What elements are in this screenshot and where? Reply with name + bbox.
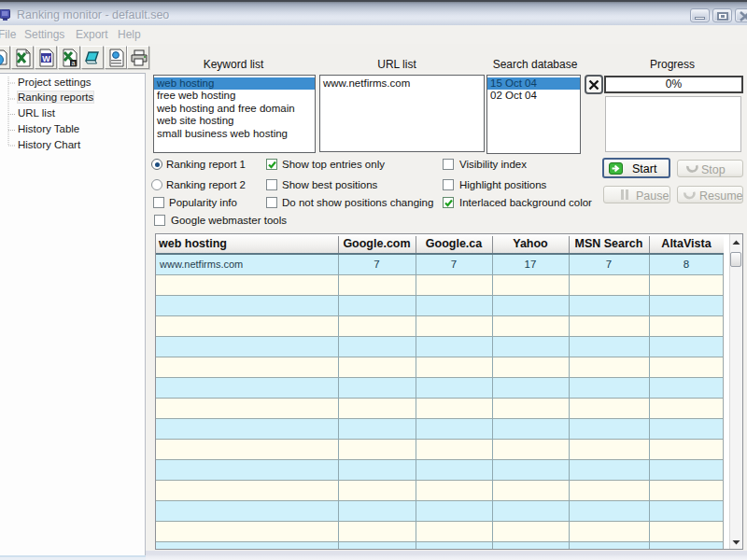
svg-text:a: a (72, 60, 76, 66)
svg-text:W: W (42, 54, 50, 63)
